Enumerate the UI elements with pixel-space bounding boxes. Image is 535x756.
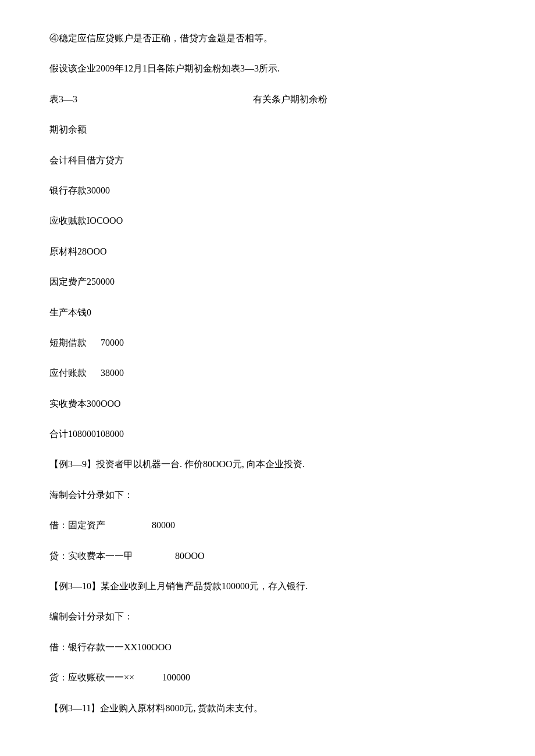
row-raw-materials: 原材料28OOO [49,245,486,258]
entry-debit-fixed-asset: 借：固定资产 80000 [49,519,486,532]
example-3-11: 【例3—11】企业购入原材料8000元, 货款尚未支付。 [49,702,486,715]
table-title: 有关条户期初余粉 [253,93,327,106]
entry-debit-bank: 借：银行存款一一XX100OOO [49,641,486,654]
row-production-cost: 生产本钱0 [49,306,486,319]
entry-intro-2: 编制会计分录如下： [49,610,486,623]
row-column-headers: 会计科目借方贷方 [49,154,486,167]
row-short-term-loan: 短期借款 70000 [49,336,486,349]
row-bank-deposit: 银行存款30000 [49,184,486,197]
example-3-9: 【例3—9】投资者甲以机器一台. 作价80OOO元, 向本企业投资. [49,458,486,471]
row-accounts-payable: 应付账款 38000 [49,367,486,379]
row-beginning-balance: 期初余额 [49,123,486,136]
paragraph-assumption: 假设该企业2009年12月1日各陈户期初金粉如表3—3所示. [49,62,486,75]
example-3-10: 【例3—10】某企业收到上月销售产品货款100000元，存入银行. [49,580,486,593]
row-total: 合计108000108000 [49,428,486,440]
table-number: 表3—3 [49,93,253,106]
table-header-line: 表3—3 有关条户期初余粉 [49,93,486,106]
row-accounts-receivable: 应收贼款IOCOOO [49,214,486,227]
row-paid-in-capital: 实收费本300OOO [49,397,486,410]
entry-credit-receivable: 货：应收账砍一一×× 100000 [49,671,486,684]
entry-credit-capital: 贷：实收费本一一甲 80OOO [49,550,486,562]
paragraph-step4: ④稳定应信应贷账户是否正确，借贷方金题是否相等。 [49,32,486,45]
entry-intro-1: 海制会计分录如下： [49,489,486,501]
row-fixed-assets: 因定费产250000 [49,275,486,288]
